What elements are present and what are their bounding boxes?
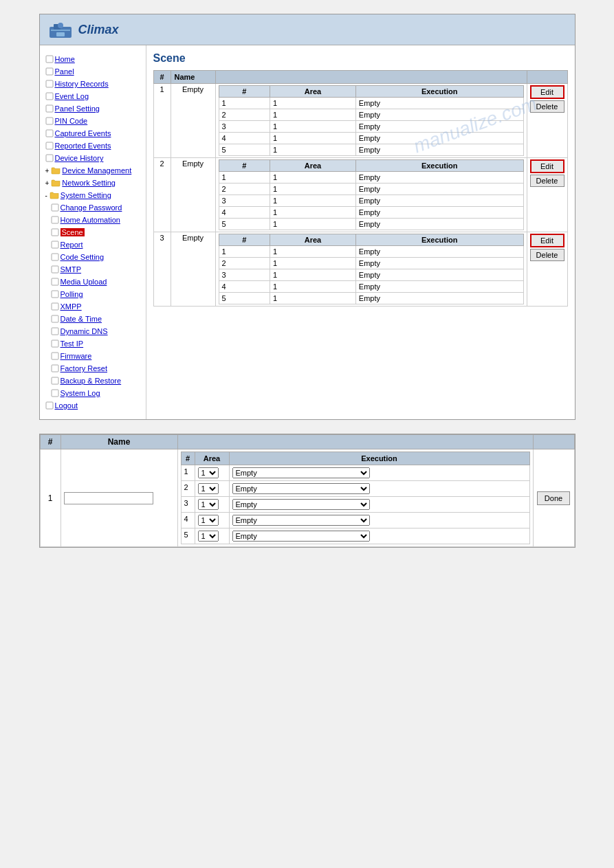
svg-rect-4 — [56, 32, 65, 36]
sidebar-link-backup[interactable]: Backup & Restore — [61, 377, 122, 385]
sidebar-item-history[interactable]: History Records — [45, 78, 140, 89]
sidebar-item-media-upload[interactable]: Media Upload — [51, 276, 140, 287]
sidebar-link-change-pwd[interactable]: Change Password — [61, 203, 122, 212]
area-select-3[interactable]: 123 — [198, 499, 219, 510]
sidebar-item-firmware[interactable]: Firmware — [51, 350, 140, 361]
sidebar-link-logout[interactable]: Logout — [55, 401, 78, 410]
area-select-1[interactable]: 123 — [198, 467, 219, 478]
area-select-5[interactable]: 123 — [198, 531, 219, 542]
sidebar-link-panel[interactable]: Panel — [55, 67, 74, 76]
sub-execution: Empty — [355, 144, 523, 156]
execution-select-1[interactable]: Empty — [232, 467, 370, 478]
sidebar-link-event-log[interactable]: Event Log — [55, 92, 89, 100]
done-button[interactable]: Done — [537, 491, 570, 505]
delete-button-2[interactable]: Delete — [530, 175, 564, 187]
sidebar-link-system-setting[interactable]: System Setting — [61, 191, 111, 199]
sidebar-link-date-time[interactable]: Date & Time — [61, 315, 102, 323]
sidebar-link-captured[interactable]: Captured Events — [55, 129, 111, 137]
sidebar-link-system-log[interactable]: System Log — [61, 389, 100, 397]
sidebar-link-reported[interactable]: Reported Events — [55, 142, 111, 150]
sidebar-item-change-pwd[interactable]: Change Password — [51, 202, 140, 213]
sidebar-item-xmpp[interactable]: XMPP — [51, 301, 140, 312]
sidebar-link-test-ip[interactable]: Test IP — [61, 340, 84, 348]
list-item: 2 1 Empty — [219, 109, 523, 121]
sidebar-link-network[interactable]: Network Setting — [62, 179, 116, 187]
sidebar-item-home[interactable]: Home — [45, 54, 140, 65]
page-title: Scene — [153, 52, 568, 65]
sidebar-item-polling[interactable]: Polling — [51, 289, 140, 300]
file-icon-device-history — [45, 154, 54, 162]
area-select-2[interactable]: 123 — [198, 483, 219, 494]
inner-col-execution: Execution — [355, 86, 523, 98]
row-detail-3: # Area Execution 1 1 — [215, 232, 527, 307]
sidebar-item-system-log[interactable]: System Log — [51, 388, 140, 399]
edit-button-2[interactable]: Edit — [530, 159, 564, 173]
execution-select-5[interactable]: Empty — [232, 531, 370, 542]
sidebar-item-report[interactable]: Report — [51, 239, 140, 250]
sidebar-link-media-upload[interactable]: Media Upload — [61, 278, 107, 286]
sidebar-link-history[interactable]: History Records — [55, 80, 109, 88]
file-icon-dns — [51, 327, 59, 335]
sidebar-link-code-setting[interactable]: Code Setting — [61, 253, 105, 261]
sidebar-link-device-history[interactable]: Device History — [55, 154, 104, 162]
sidebar-link-firmware[interactable]: Firmware — [61, 352, 92, 360]
sidebar-item-device-mgmt[interactable]: + Device Management — [45, 165, 140, 176]
file-icon-xmpp — [51, 302, 59, 311]
sidebar-item-test-ip[interactable]: Test IP — [51, 338, 140, 349]
sidebar-link-device-mgmt[interactable]: Device Management — [62, 166, 131, 175]
sub-execution: Empty — [355, 207, 523, 219]
delete-button-1[interactable]: Delete — [530, 100, 564, 113]
sidebar-link-dynamic-dns[interactable]: Dynamic DNS — [61, 327, 108, 335]
sidebar-link-factory-reset[interactable]: Factory Reset — [61, 364, 107, 372]
sidebar-item-network[interactable]: + Network Setting — [45, 177, 140, 188]
sidebar-item-reported[interactable]: Reported Events — [45, 140, 140, 151]
sidebar-item-event-log[interactable]: Event Log — [45, 91, 140, 102]
col-header-detail — [215, 71, 527, 84]
sidebar-item-panel-setting[interactable]: Panel Setting — [45, 103, 140, 114]
execution-select-4[interactable]: Empty — [232, 515, 370, 526]
sub-area: 1 — [270, 98, 356, 109]
list-item: 4 1 Empty — [219, 281, 523, 293]
sidebar-item-date-time[interactable]: Date & Time — [51, 313, 140, 324]
sidebar-item-factory-reset[interactable]: Factory Reset — [51, 363, 140, 374]
svg-rect-5 — [46, 56, 53, 63]
edit-name-input[interactable] — [64, 492, 153, 504]
sidebar-item-panel[interactable]: Panel — [45, 66, 140, 77]
sub-num: 3 — [219, 121, 270, 133]
row-name-2: Empty — [171, 158, 215, 232]
sidebar-item-system-setting[interactable]: - System Setting — [45, 190, 140, 201]
sidebar-item-code-setting[interactable]: Code Setting — [51, 252, 140, 263]
sidebar-link-home[interactable]: Home — [55, 55, 75, 63]
sidebar-item-captured[interactable]: Captured Events — [45, 128, 140, 139]
sub-num: 4 — [219, 133, 270, 144]
execution-select-3[interactable]: Empty — [232, 499, 370, 510]
sidebar-link-scene[interactable]: Scene — [61, 228, 85, 236]
sidebar-link-xmpp[interactable]: XMPP — [61, 302, 82, 311]
table-row: 1 Empty # Area Execution — [153, 84, 567, 158]
sidebar-item-backup[interactable]: Backup & Restore — [51, 375, 140, 386]
edit-row: 1 # Area Execution — [40, 449, 574, 547]
execution-select-2[interactable]: Empty — [232, 483, 370, 494]
sidebar-link-polling[interactable]: Polling — [61, 290, 83, 298]
edit-button-1[interactable]: Edit — [530, 85, 564, 99]
sidebar-link-report[interactable]: Report — [61, 241, 83, 249]
sub-area: 1 — [270, 183, 356, 195]
sidebar-link-pin-code[interactable]: PIN Code — [55, 117, 88, 125]
sidebar-item-pin-code[interactable]: PIN Code — [45, 115, 140, 126]
sidebar-item-scene[interactable]: Scene — [51, 227, 140, 238]
sidebar-link-panel-setting[interactable]: Panel Setting — [55, 104, 100, 113]
sidebar-item-logout[interactable]: Logout — [45, 400, 140, 411]
sidebar-item-dynamic-dns[interactable]: Dynamic DNS — [51, 326, 140, 337]
area-select-4[interactable]: 123 — [198, 515, 219, 526]
sidebar-link-home-auto[interactable]: Home Automation — [61, 216, 120, 224]
svg-rect-21 — [52, 291, 58, 298]
folder-icon-system — [50, 191, 59, 199]
svg-rect-26 — [52, 353, 58, 359]
sidebar-item-home-auto[interactable]: Home Automation — [51, 214, 140, 225]
sidebar-link-smtp[interactable]: SMTP — [61, 265, 82, 274]
sidebar-item-smtp[interactable]: SMTP — [51, 264, 140, 275]
edit-button-3[interactable]: Edit — [530, 234, 564, 247]
edit-detail-cell: # Area Execution 1 1 — [177, 449, 533, 547]
sidebar-item-device-history[interactable]: Device History — [45, 153, 140, 164]
delete-button-3[interactable]: Delete — [530, 249, 564, 261]
